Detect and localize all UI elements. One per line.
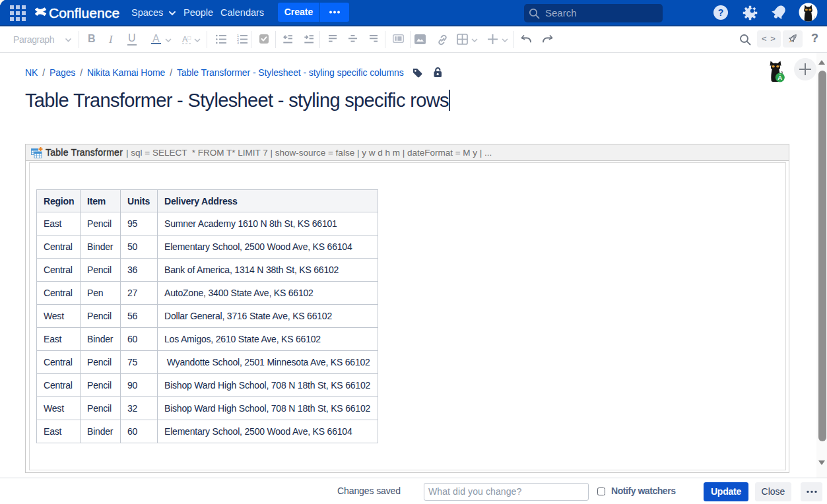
svg-text:Ā: Ā (777, 74, 782, 81)
svg-text:3: 3 (237, 41, 239, 44)
svg-text:?: ? (718, 7, 724, 18)
